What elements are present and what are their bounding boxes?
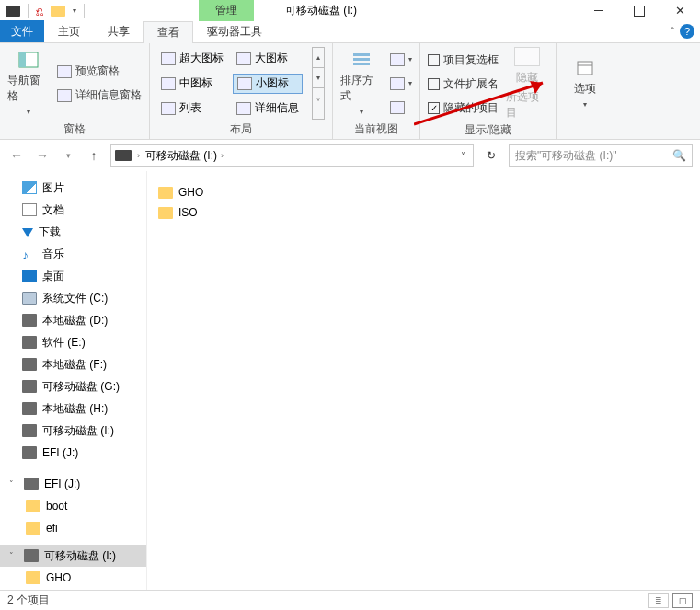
layout-details[interactable]: 详细信息 [233, 98, 303, 119]
tab-drive-tools[interactable]: 驱动器工具 [193, 20, 276, 42]
sidebar-item-drive-e[interactable]: 软件 (E:) [0, 331, 146, 353]
sidebar-item-efi-folder[interactable]: efi [0, 517, 146, 539]
view-icons-button[interactable]: ◫ [672, 593, 693, 608]
item-checkboxes-toggle[interactable]: 项目复选框 [428, 50, 499, 70]
maximize-button[interactable] [619, 0, 660, 21]
layout-gallery-scroll[interactable]: ▴ ▾ ▿ [312, 47, 325, 120]
sidebar-item-drive-i[interactable]: 可移动磁盘 (I:) [0, 420, 146, 442]
hidden-items-toggle[interactable]: 隐藏的项目 [428, 98, 499, 118]
sidebar-group-efi[interactable]: ˅EFI (J:) [0, 473, 146, 495]
list-icon [161, 102, 176, 115]
group-by-button[interactable]: ▾ [390, 50, 412, 70]
sidebar-item-drive-g[interactable]: 可移动磁盘 (G:) [0, 375, 146, 397]
sidebar-item-music[interactable]: ♪音乐 [0, 243, 146, 265]
sidebar-item-desktop[interactable]: 桌面 [0, 265, 146, 287]
status-bar: 2 个项目 ≣ ◫ [0, 590, 700, 610]
sidebar-item-drive-c[interactable]: 系统文件 (C:) [0, 287, 146, 309]
expand-icon[interactable]: ˅ [9, 551, 18, 560]
ribbon-group-layout: 超大图标 大图标 中图标 小图标 列表 详细信息 ▴ ▾ ▿ 布局 [150, 43, 333, 139]
layout-s-icons[interactable]: 小图标 [233, 74, 303, 94]
up-button[interactable]: ↑ [85, 146, 103, 165]
folder-icon[interactable] [51, 6, 65, 17]
navigation-tree[interactable]: 图片 文档 下载 ♪音乐 桌面 系统文件 (C:) 本地磁盘 (D:) 软件 (… [0, 171, 147, 590]
scroll-down-icon[interactable]: ▾ [313, 68, 324, 88]
file-list[interactable]: GHO ISO [147, 171, 700, 590]
back-button[interactable]: ← [7, 146, 26, 165]
search-icon: 🔍 [672, 149, 686, 162]
checkbox-icon [428, 78, 440, 90]
forward-button[interactable]: → [33, 146, 52, 165]
ribbon-group-current-view: 排序方式 ▾ ▾ ▾ 当前视图 [333, 43, 420, 139]
preview-pane-icon [57, 65, 72, 78]
tab-file[interactable]: 文件 [0, 20, 44, 42]
sidebar-item-pictures[interactable]: 图片 [0, 177, 146, 199]
add-columns-button[interactable]: ▾ [390, 74, 412, 94]
scroll-up-icon[interactable]: ▴ [313, 48, 324, 68]
sidebar-item-drive-f[interactable]: 本地磁盘 (F:) [0, 353, 146, 375]
qat-dropdown-icon[interactable]: ▾ [73, 6, 76, 15]
group-label-show-hide: 显示/隐藏 [428, 121, 548, 138]
folder-icon [26, 571, 40, 584]
chevron-down-icon: ▾ [360, 108, 363, 116]
checkbox-checked-icon [428, 102, 440, 114]
sidebar-group-removable-i[interactable]: ˅可移动磁盘 (I:) [0, 545, 146, 567]
search-box[interactable]: 搜索"可移动磁盘 (I:)" 🔍 [509, 144, 693, 167]
tab-share[interactable]: 共享 [94, 20, 143, 42]
sidebar-item-drive-h[interactable]: 本地磁盘 (H:) [0, 397, 146, 420]
address-dropdown-icon[interactable]: ˅ [457, 151, 469, 161]
layout-l-icons[interactable]: 大图标 [233, 49, 303, 69]
window-controls [579, 0, 700, 21]
tab-home[interactable]: 主页 [44, 20, 94, 42]
documents-icon [22, 203, 37, 216]
minimize-button[interactable] [579, 0, 619, 21]
group-label-panes: 窗格 [7, 120, 142, 137]
size-columns-button[interactable] [390, 98, 412, 118]
gallery-expand-icon[interactable]: ▿ [313, 88, 324, 109]
layout-list[interactable]: 列表 [157, 98, 227, 119]
layout-m-icons[interactable]: 中图标 [157, 74, 227, 94]
body: 图片 文档 下载 ♪音乐 桌面 系统文件 (C:) 本地磁盘 (D:) 软件 (… [0, 171, 700, 590]
contextual-tab-manage[interactable]: 管理 [199, 0, 254, 21]
chevron-down-icon: ▾ [583, 100, 587, 109]
breadcrumb-current[interactable]: 可移动磁盘 (I:)› [145, 148, 224, 164]
sort-by-button[interactable]: 排序方式 ▾ [340, 47, 383, 120]
file-extensions-toggle[interactable]: 文件扩展名 [428, 74, 499, 94]
expand-icon[interactable]: ˅ [9, 479, 18, 489]
sidebar-item-drive-d[interactable]: 本地磁盘 (D:) [0, 309, 146, 331]
ribbon-group-show-hide: 项目复选框 文件扩展名 隐藏的项目 隐藏 所选项目 显示/隐藏 [420, 43, 557, 139]
preview-pane-button[interactable]: 预览窗格 [57, 62, 142, 82]
hide-icon [514, 47, 540, 66]
refresh-button[interactable]: ↻ [481, 149, 501, 162]
address-bar[interactable]: › 可移动磁盘 (I:)› ˅ [110, 144, 474, 167]
sidebar-item-boot[interactable]: boot [0, 495, 146, 517]
view-details-button[interactable]: ≣ [648, 593, 669, 608]
sidebar-item-gho[interactable]: GHO [0, 567, 146, 589]
undo-icon[interactable]: ⎌ [36, 4, 43, 18]
layout-xl-icons[interactable]: 超大图标 [157, 49, 227, 69]
drive-icon [22, 380, 37, 393]
ribbon-tabs: 文件 主页 共享 查看 驱动器工具 ˆ ? [0, 21, 700, 43]
title-bar: ⎌ ▾ 管理 可移动磁盘 (I:) [0, 0, 700, 21]
preview-pane-label: 预览窗格 [75, 63, 120, 79]
help-icon[interactable]: ? [680, 24, 694, 39]
details-pane-button[interactable]: 详细信息窗格 [57, 86, 142, 106]
sidebar-item-documents[interactable]: 文档 [0, 199, 146, 221]
sidebar-item-drive-j[interactable]: EFI (J:) [0, 442, 146, 464]
hide-selected-sublabel: 所选项目 [506, 89, 548, 121]
size-columns-icon [390, 101, 405, 114]
history-dropdown[interactable]: ▾ [59, 146, 77, 165]
item-count: 2 个项目 [7, 593, 50, 608]
hide-selected-button: 隐藏 所选项目 [506, 47, 548, 121]
navigation-pane-button[interactable]: 导航窗格 ▾ [7, 47, 50, 120]
list-item[interactable]: ISO [158, 202, 689, 223]
list-item[interactable]: GHO [158, 182, 689, 202]
group-by-icon [390, 53, 405, 66]
chevron-right-icon: › [137, 151, 140, 160]
options-button[interactable]: 选项 ▾ [564, 47, 606, 121]
tab-view[interactable]: 查看 [143, 21, 193, 43]
collapse-ribbon-icon[interactable]: ˆ [671, 26, 674, 37]
folder-icon [26, 522, 40, 535]
sidebar-item-downloads[interactable]: 下载 [0, 221, 146, 243]
folder-icon [158, 187, 173, 199]
close-button[interactable] [660, 0, 700, 21]
